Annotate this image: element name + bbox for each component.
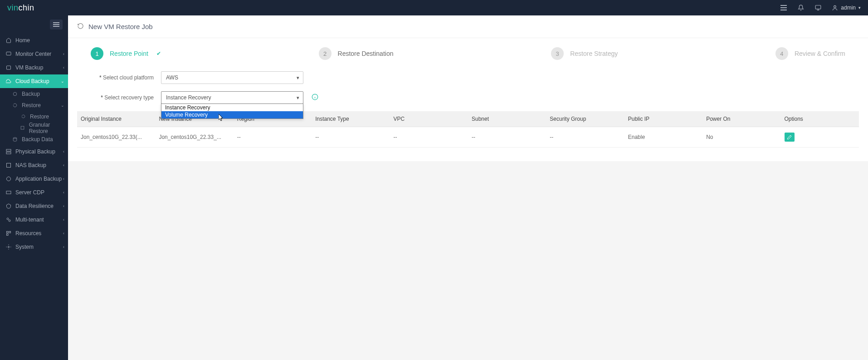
recovery-value: Instance Recovery (166, 94, 211, 101)
recovery-select[interactable]: Instance Recovery (161, 91, 303, 104)
th-poweron: Power On (702, 111, 780, 127)
chevron-left-icon: ‹ (63, 163, 64, 168)
sidebar-item-label: Restore (30, 113, 49, 120)
th-subnet: Subnet (468, 111, 546, 127)
sidebar-item-backup[interactable]: Backup (0, 88, 68, 99)
row-options-button[interactable] (785, 133, 795, 142)
physical-backup-icon (5, 149, 12, 154)
content-card: New VM Restore Job 1 Restore Point ✔ 2 R… (68, 15, 868, 161)
sidebar-item-label: Home (15, 37, 30, 44)
sidebar-item-monitor[interactable]: Monitor Center ‹ (0, 47, 68, 61)
main-content: New VM Restore Job 1 Restore Point ✔ 2 R… (68, 15, 868, 360)
cell-subnet: -- (468, 127, 546, 148)
svg-rect-0 (780, 5, 787, 6)
th-publicip: Public IP (624, 111, 702, 127)
sidebar: Home Monitor Center ‹ VM Backup ‹ Cloud … (0, 15, 68, 360)
restore-sub-icon (20, 114, 26, 118)
recovery-option-volume[interactable]: Volume Recovery (161, 111, 303, 118)
sidebar-item-cloudbackup[interactable]: Cloud Backup ⌄ (0, 74, 68, 88)
sidebar-item-label: Resources (15, 230, 41, 237)
sidebar-item-label: Server CDP (15, 189, 44, 196)
check-icon: ✔ (156, 50, 161, 57)
system-icon (5, 244, 12, 250)
sidebar-item-label: NAS Backup (15, 162, 46, 168)
chevron-left-icon: ‹ (63, 190, 64, 195)
sidebar-item-label: VM Backup (15, 64, 43, 71)
step-number: 1 (91, 47, 103, 60)
list-icon[interactable] (780, 4, 787, 11)
step-restore-strategy[interactable]: 3 Restore Strategy (551, 47, 618, 60)
cell-vpc: -- (390, 127, 468, 148)
chevron-down-icon: ⌄ (61, 79, 64, 84)
monitor-icon[interactable] (814, 4, 822, 11)
svg-rect-9 (53, 26, 59, 27)
restore-icon (12, 103, 18, 108)
sidebar-item-cdp[interactable]: Server CDP ‹ (0, 186, 68, 199)
user-menu[interactable]: admin ▾ (832, 5, 861, 11)
sidebar-item-restore-sub[interactable]: Restore (0, 111, 68, 122)
platform-select[interactable]: AWS (161, 71, 303, 84)
monitor-center-icon (5, 51, 12, 57)
sidebar-item-backupdata[interactable]: Backup Data (0, 133, 68, 145)
cell-sg: -- (546, 127, 624, 148)
sidebar-item-label: Data Resilience (15, 203, 54, 209)
svg-rect-3 (815, 5, 821, 9)
chevron-left-icon: ‹ (63, 149, 64, 154)
sidebar-item-label: Monitor Center (15, 51, 51, 57)
svg-point-18 (7, 177, 11, 181)
svg-rect-24 (7, 234, 9, 236)
svg-rect-17 (7, 163, 11, 168)
step-restore-point[interactable]: 1 Restore Point ✔ (91, 47, 161, 60)
sidebar-item-restore[interactable]: Restore ⌄ (0, 99, 68, 111)
th-options: Options (781, 111, 859, 127)
sidebar-item-nas[interactable]: NAS Backup ‹ (0, 158, 68, 172)
user-name: admin (841, 5, 856, 11)
resources-icon (5, 231, 12, 236)
svg-rect-7 (53, 22, 59, 23)
svg-point-14 (13, 137, 17, 138)
th-original: Original Instance (77, 111, 155, 127)
page-title: New VM Restore Job (88, 23, 153, 30)
sidebar-item-granular-restore[interactable]: Granular Restore (0, 122, 68, 133)
sidebar-item-resources[interactable]: Resources ‹ (0, 227, 68, 240)
backup-icon (12, 92, 18, 96)
step-number: 2 (319, 47, 332, 60)
step-label: Restore Destination (338, 50, 394, 57)
chevron-left-icon: ‹ (63, 65, 64, 70)
svg-point-12 (13, 92, 17, 96)
sidebar-item-physical[interactable]: Physical Backup ‹ (0, 145, 68, 158)
table-row: Jon_centos10G_22.33(... Jon_centos10G_22… (77, 127, 859, 148)
sidebar-item-tenant[interactable]: Multi-tenant ‹ (0, 213, 68, 227)
refresh-icon[interactable] (77, 23, 84, 31)
svg-rect-22 (7, 232, 9, 233)
cell-publicip: Enable (624, 127, 702, 148)
vm-backup-icon (5, 65, 12, 70)
sidebar-item-vmbackup[interactable]: VM Backup ‹ (0, 61, 68, 74)
step-restore-destination[interactable]: 2 Restore Destination (319, 47, 394, 60)
sidebar-item-home[interactable]: Home (0, 34, 68, 47)
resilience-icon (5, 203, 12, 209)
step-review[interactable]: 4 Review & Confirm (775, 47, 845, 60)
sidebar-item-app[interactable]: Application Backup ‹ (0, 172, 68, 186)
bell-icon[interactable] (797, 4, 805, 11)
svg-rect-15 (6, 149, 11, 151)
chevron-left-icon: ‹ (63, 231, 64, 236)
th-type: Instance Type (312, 111, 390, 127)
svg-rect-13 (21, 126, 24, 129)
sidebar-item-label: Physical Backup (15, 148, 55, 155)
svg-rect-10 (6, 52, 11, 55)
svg-point-25 (8, 247, 10, 248)
svg-rect-23 (9, 232, 11, 233)
sidebar-item-label: Granular Restore (29, 122, 63, 134)
info-icon[interactable] (312, 94, 318, 102)
sidebar-item-resilience[interactable]: Data Resilience ‹ (0, 199, 68, 213)
chevron-left-icon: ‹ (63, 204, 64, 208)
sidebar-collapse-button[interactable] (50, 20, 63, 30)
sidebar-item-label: Application Backup (15, 176, 62, 182)
option-label: Volume Recovery (165, 112, 208, 118)
platform-value: AWS (166, 74, 178, 81)
svg-point-6 (834, 5, 836, 8)
sidebar-item-system[interactable]: System ‹ (0, 240, 68, 254)
step-label: Review & Confirm (795, 50, 845, 57)
recovery-option-instance[interactable]: Instance Recovery (161, 104, 303, 111)
